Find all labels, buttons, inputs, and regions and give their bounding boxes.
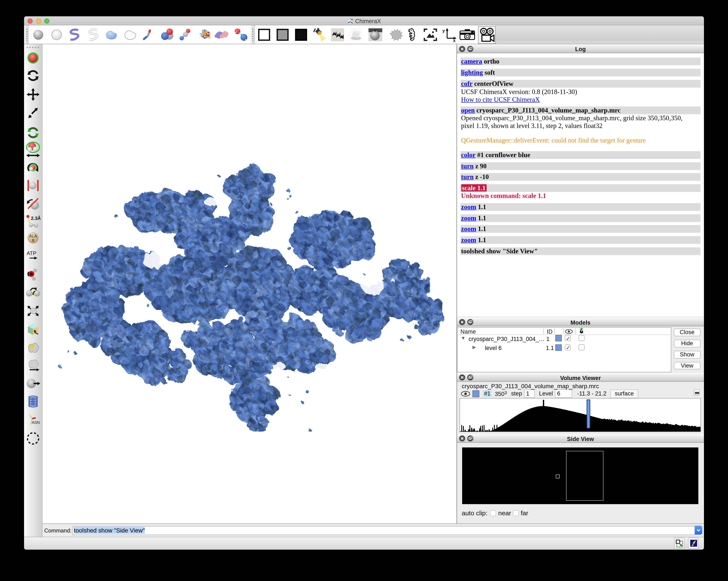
svg-text:ALA: ALA [29, 234, 37, 238]
svg-text:2.3Å: 2.3Å [31, 215, 41, 221]
svg-text:8: 8 [32, 238, 34, 242]
svg-text:ATP: ATP [27, 250, 36, 256]
svg-text:x: x [453, 38, 456, 42]
svg-text:ASN: ASN [32, 420, 40, 424]
svg-text:y: y [442, 28, 445, 33]
